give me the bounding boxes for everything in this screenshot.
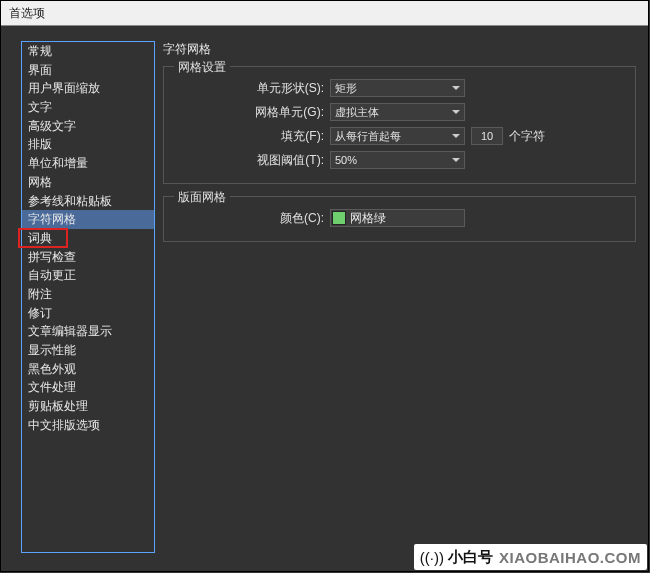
fill-combo[interactable]: 从每行首起每 [330, 127, 465, 145]
view-threshold-label: 视图阈值(T): [174, 152, 324, 169]
sidebar-item[interactable]: 黑色外观 [22, 360, 154, 379]
grid-color-label: 颜色(C): [174, 210, 324, 227]
content-heading: 字符网格 [163, 41, 648, 58]
sidebar-item[interactable]: 常规 [22, 42, 154, 61]
sidebar-item[interactable]: 字符网格 [22, 210, 154, 229]
view-threshold-combo[interactable]: 50% [330, 151, 465, 169]
footer-brand: 小白号 [448, 548, 493, 567]
layout-grid-fieldset: 版面网格 颜色(C): 网格绿 [163, 196, 636, 242]
sidebar-item[interactable]: 高级文字 [22, 117, 154, 136]
chevron-down-icon [452, 110, 460, 114]
signal-icon: ((·)) [420, 549, 444, 566]
grid-unit-combo[interactable]: 虚拟主体 [330, 103, 465, 121]
sidebar-item[interactable]: 单位和增量 [22, 154, 154, 173]
grid-color-name: 网格绿 [350, 210, 386, 227]
sidebar-item[interactable]: 词典 [22, 229, 154, 248]
sidebar-item[interactable]: 网格 [22, 173, 154, 192]
view-threshold-value: 50% [335, 154, 357, 166]
unit-shape-combo[interactable]: 矩形 [330, 79, 465, 97]
preferences-sidebar: 常规界面用户界面缩放文字高级文字排版单位和增量网格参考线和粘贴板字符网格词典拼写… [21, 41, 155, 553]
unit-shape-value: 矩形 [335, 81, 357, 96]
grid-color-swatch [332, 211, 346, 225]
sidebar-item[interactable]: 排版 [22, 135, 154, 154]
fill-label: 填充(F): [174, 128, 324, 145]
sidebar-item[interactable]: 中文排版选项 [22, 416, 154, 435]
grid-unit-value: 虚拟主体 [335, 105, 379, 120]
chevron-down-icon [452, 158, 460, 162]
window-titlebar: 首选项 [1, 1, 648, 26]
grid-settings-legend: 网格设置 [174, 59, 230, 76]
sidebar-item[interactable]: 自动更正 [22, 266, 154, 285]
window-title: 首选项 [9, 6, 45, 20]
sidebar-item[interactable]: 剪贴板处理 [22, 397, 154, 416]
sidebar-item[interactable]: 修订 [22, 304, 154, 323]
footer-brand-badge: ((·)) 小白号 XIAOBAIHAO.COM [414, 544, 647, 570]
chevron-down-icon [452, 134, 460, 138]
grid-color-combo[interactable]: 网格绿 [330, 209, 465, 227]
unit-shape-label: 单元形状(S): [174, 80, 324, 97]
footer-domain: XIAOBAIHAO.COM [499, 549, 641, 566]
sidebar-item[interactable]: 界面 [22, 61, 154, 80]
chevron-down-icon [452, 86, 460, 90]
sidebar-item[interactable]: 附注 [22, 285, 154, 304]
sidebar-item[interactable]: 文字 [22, 98, 154, 117]
fill-value: 从每行首起每 [335, 129, 401, 144]
sidebar-item[interactable]: 显示性能 [22, 341, 154, 360]
fill-count-input[interactable]: 10 [471, 127, 503, 145]
grid-settings-fieldset: 网格设置 单元形状(S): 矩形 网格单元(G): 虚拟主体 [163, 66, 636, 184]
layout-grid-legend: 版面网格 [174, 189, 230, 206]
fill-suffix: 个字符 [509, 128, 545, 145]
grid-unit-label: 网格单元(G): [174, 104, 324, 121]
preferences-content: 字符网格 网格设置 单元形状(S): 矩形 网格单元(G): 虚拟主体 [163, 41, 648, 254]
preferences-window: 首选项 常规界面用户界面缩放文字高级文字排版单位和增量网格参考线和粘贴板字符网格… [0, 0, 649, 572]
sidebar-item[interactable]: 拼写检查 [22, 248, 154, 267]
sidebar-item[interactable]: 文件处理 [22, 378, 154, 397]
sidebar-item[interactable]: 参考线和粘贴板 [22, 192, 154, 211]
sidebar-item[interactable]: 文章编辑器显示 [22, 322, 154, 341]
sidebar-item[interactable]: 用户界面缩放 [22, 79, 154, 98]
